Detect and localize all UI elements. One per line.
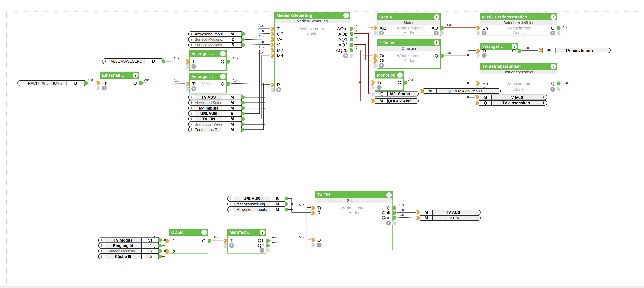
- output-connector[interactable]: [241, 43, 245, 47]
- info-icon[interactable]: i: [540, 95, 547, 100]
- info-icon[interactable]: i: [18, 81, 24, 86]
- info-icon[interactable]: i: [220, 51, 226, 56]
- block-verzoegerung-2[interactable]: Verzöger…iVerz…Tr+Q: [190, 73, 227, 94]
- output-connector[interactable]: [284, 197, 288, 200]
- info-icon[interactable]: i: [550, 64, 556, 69]
- output-connector[interactable]: [350, 48, 353, 52]
- info-icon[interactable]: i: [189, 37, 195, 42]
- block-status[interactable]: StatusiStatusWohnzimmerAudioAI1+AQ+: [377, 13, 441, 36]
- optional-output-connector[interactable]: [440, 31, 444, 35]
- info-icon[interactable]: i: [260, 230, 265, 235]
- info-icon[interactable]: i: [202, 230, 207, 235]
- info-icon[interactable]: i: [550, 14, 556, 20]
- output-connector[interactable]: [392, 216, 396, 220]
- output-connector[interactable]: [241, 38, 245, 41]
- info-icon[interactable]: i: [474, 210, 480, 215]
- info-icon[interactable]: i: [99, 249, 105, 253]
- output-connector[interactable]: [518, 49, 522, 53]
- input-reference-kueche-i5[interactable]: iKüche I5I5: [98, 254, 159, 259]
- block-verzoegerung-3[interactable]: Verzöger…iTr+Q: [480, 43, 518, 58]
- input-reference-abwesend-impuls[interactable]: iAbwesend ImpulsM: [188, 31, 242, 37]
- info-icon[interactable]: i: [228, 196, 234, 201]
- output-connector[interactable]: [266, 244, 270, 248]
- output-connector[interactable]: [241, 112, 245, 115]
- info-icon[interactable]: i: [434, 40, 440, 45]
- output-connector[interactable]: [84, 81, 88, 85]
- info-icon[interactable]: i: [99, 238, 105, 243]
- info-icon[interactable]: i: [228, 207, 234, 212]
- output-connector[interactable]: [392, 206, 396, 210]
- add-output-button[interactable]: +: [550, 87, 555, 92]
- add-output-button[interactable]: +: [260, 248, 264, 253]
- input-reference-nacht-wohnung[interactable]: iNACHT WOHNUNGB: [18, 80, 85, 86]
- output-reference-tv-laeuft-impuls[interactable]: MTV läuft Impulsi: [542, 48, 611, 53]
- input-reference-brand-oder-wasser[interactable]: iBrand oder Wasser…M: [188, 122, 242, 127]
- output-connector[interactable]: [241, 128, 245, 132]
- input-reference-surface-mediensteuerung-i6[interactable]: iSurface Mediens…I6: [98, 248, 159, 254]
- output-connector[interactable]: [226, 82, 230, 86]
- info-icon[interactable]: i: [228, 202, 234, 206]
- input-reference-tv-modus[interactable]: iTV ModusVI: [98, 238, 159, 243]
- add-input-button[interactable]: +: [317, 243, 322, 248]
- add-input-button[interactable]: +: [379, 63, 384, 68]
- info-icon[interactable]: i: [99, 243, 105, 248]
- add-output-button[interactable]: +: [343, 53, 348, 58]
- output-connector[interactable]: [208, 239, 212, 243]
- optional-output-connector[interactable]: [266, 248, 270, 252]
- info-icon[interactable]: i: [494, 89, 500, 93]
- info-icon[interactable]: i: [412, 92, 418, 96]
- info-icon[interactable]: i: [220, 74, 226, 79]
- optional-output-connector[interactable]: [557, 87, 560, 91]
- block-verzoegerung-1[interactable]: Verzöger…iTr+Q: [190, 50, 227, 71]
- input-reference-praesenzabstellung-tv[interactable]: iPräsenzabstellung TVM: [227, 201, 285, 207]
- info-icon[interactable]: i: [343, 13, 349, 18]
- info-icon[interactable]: i: [474, 216, 480, 220]
- output-reference-tv-ein-sink[interactable]: MTV EINi: [420, 215, 481, 221]
- add-input-button[interactable]: +: [229, 243, 234, 248]
- input-reference-urlaub[interactable]: iURLAUBB: [188, 111, 242, 116]
- output-reference-tv-einschalten[interactable]: QTV einschalteni: [479, 100, 547, 106]
- optional-output-connector[interactable]: [392, 221, 396, 225]
- diagram-canvas[interactable]: Medien-SteuerungiMedien-SteuerungWohnzim…: [0, 0, 644, 288]
- output-reference-qobuz-aktiv-impuls[interactable]: MQOBUZ Aktiv Impulsi: [424, 88, 501, 94]
- output-connector[interactable]: [226, 60, 230, 64]
- block-musik-betriebsstunden[interactable]: Musik BetriebsstundeniBetriebszeitzähler…: [480, 13, 557, 36]
- add-output-button[interactable]: +: [550, 30, 555, 35]
- add-input-button[interactable]: +: [276, 87, 281, 92]
- output-connector[interactable]: [284, 208, 288, 211]
- input-reference-m4-impuls[interactable]: iM4 ImpulsM: [188, 105, 242, 111]
- output-connector[interactable]: [162, 59, 165, 63]
- info-icon[interactable]: i: [189, 106, 195, 110]
- output-connector[interactable]: [440, 54, 444, 58]
- output-connector[interactable]: [158, 255, 162, 258]
- output-connector[interactable]: [350, 37, 353, 41]
- input-reference-surface-mediensteuerung-i5[interactable]: iSurface Mediens…I5: [188, 42, 242, 48]
- add-input-button[interactable]: +: [377, 85, 382, 90]
- block-monoflop[interactable]: MonoflopiTr+Q: [375, 71, 404, 91]
- output-connector[interactable]: [350, 27, 353, 31]
- block-zwei-tasten[interactable]: 2 Tasteni2 TastenWohnzimmerAudioOnOff+Q: [377, 39, 441, 69]
- input-reference-eingang-i4[interactable]: iEingang I4I4: [98, 243, 159, 248]
- add-output-button[interactable]: +: [386, 221, 391, 226]
- output-connector[interactable]: [557, 26, 560, 30]
- block-tv-ein-schalter[interactable]: TV EINiSchalterWohnzimmerAudioTrRO+QQoff…: [315, 191, 393, 250]
- info-icon[interactable]: i: [189, 117, 195, 121]
- add-input-button[interactable]: +: [192, 64, 196, 69]
- input-reference-abwesend-sofort-impuls[interactable]: iAbwesend Sofort Im…M: [188, 100, 242, 105]
- output-connector[interactable]: [241, 32, 245, 36]
- add-input-button[interactable]: +: [102, 86, 107, 90]
- info-icon[interactable]: i: [434, 14, 440, 20]
- output-connector[interactable]: [284, 202, 288, 206]
- info-icon[interactable]: i: [412, 99, 418, 103]
- output-connector[interactable]: [241, 95, 245, 99]
- output-connector[interactable]: [266, 239, 270, 243]
- input-reference-alle-abwesend[interactable]: iALLE ABWESENDB: [102, 58, 162, 64]
- output-connector[interactable]: [392, 211, 396, 215]
- input-reference-abwesend-impuls-2[interactable]: iAbwesend ImpulsM: [227, 207, 285, 212]
- block-oder[interactable]: ODERiI1I2Q: [169, 229, 208, 254]
- output-connector[interactable]: [350, 32, 353, 36]
- output-connector[interactable]: [350, 43, 353, 47]
- info-icon[interactable]: i: [189, 43, 195, 47]
- info-icon[interactable]: i: [397, 72, 402, 78]
- output-reference-ai2-status[interactable]: AI2: Statusi: [375, 91, 419, 97]
